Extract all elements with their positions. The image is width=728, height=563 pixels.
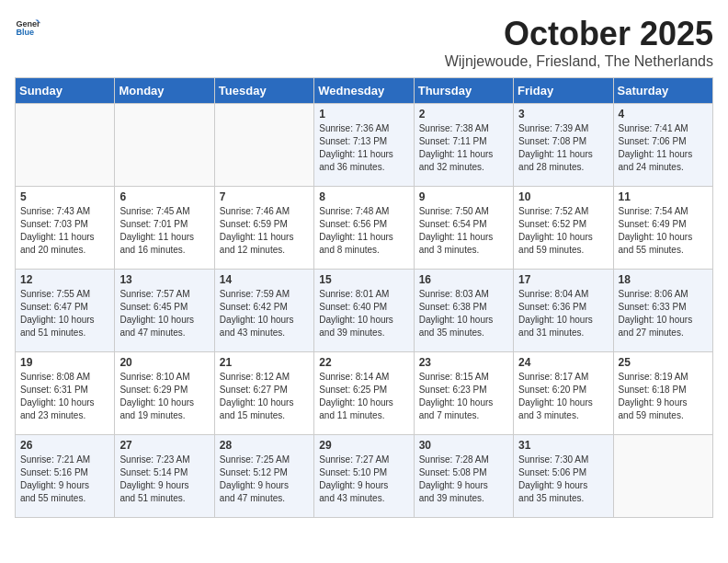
- day-number: 6: [119, 190, 209, 203]
- day-cell: 10Sunrise: 7:52 AM Sunset: 6:52 PM Dayli…: [514, 187, 613, 270]
- day-info: Sunrise: 7:23 AM Sunset: 5:14 PM Dayligh…: [119, 454, 209, 505]
- day-info: Sunrise: 7:45 AM Sunset: 7:01 PM Dayligh…: [119, 205, 209, 257]
- day-number: 7: [220, 190, 309, 203]
- day-info: Sunrise: 7:46 AM Sunset: 6:59 PM Dayligh…: [220, 205, 309, 257]
- day-info: Sunrise: 8:06 AM Sunset: 6:33 PM Dayligh…: [619, 288, 708, 339]
- day-number: 2: [419, 108, 508, 121]
- day-number: 1: [319, 108, 408, 121]
- day-cell: 11Sunrise: 7:54 AM Sunset: 6:49 PM Dayli…: [613, 187, 712, 270]
- day-number: 15: [319, 273, 408, 286]
- day-cell: [16, 104, 115, 187]
- day-cell: 30Sunrise: 7:28 AM Sunset: 5:08 PM Dayli…: [414, 435, 513, 518]
- header: General Blue October 2025 Wijnjewoude, F…: [15, 15, 713, 70]
- day-info: Sunrise: 8:15 AM Sunset: 6:23 PM Dayligh…: [419, 371, 508, 422]
- day-cell: 28Sunrise: 7:25 AM Sunset: 5:12 PM Dayli…: [214, 435, 313, 518]
- week-row-2: 5Sunrise: 7:43 AM Sunset: 7:03 PM Daylig…: [16, 187, 713, 270]
- svg-text:Blue: Blue: [16, 28, 34, 37]
- day-cell: 27Sunrise: 7:23 AM Sunset: 5:14 PM Dayli…: [115, 435, 214, 518]
- day-info: Sunrise: 7:27 AM Sunset: 5:10 PM Dayligh…: [319, 454, 408, 505]
- day-number: 25: [619, 356, 708, 369]
- day-cell: 25Sunrise: 8:19 AM Sunset: 6:18 PM Dayli…: [613, 352, 712, 435]
- day-number: 17: [518, 273, 608, 286]
- day-info: Sunrise: 7:28 AM Sunset: 5:08 PM Dayligh…: [419, 454, 508, 505]
- weekday-header-monday: Monday: [115, 78, 214, 104]
- day-info: Sunrise: 7:43 AM Sunset: 7:03 PM Dayligh…: [20, 205, 109, 257]
- logo-icon: General Blue: [15, 15, 40, 40]
- day-info: Sunrise: 8:04 AM Sunset: 6:36 PM Dayligh…: [518, 288, 608, 339]
- day-cell: 3Sunrise: 7:39 AM Sunset: 7:08 PM Daylig…: [514, 104, 613, 187]
- day-cell: 5Sunrise: 7:43 AM Sunset: 7:03 PM Daylig…: [16, 187, 115, 270]
- day-number: 23: [419, 356, 508, 369]
- day-number: 14: [220, 273, 309, 286]
- day-number: 4: [619, 108, 708, 121]
- day-cell: 1Sunrise: 7:36 AM Sunset: 7:13 PM Daylig…: [314, 104, 414, 187]
- day-cell: 13Sunrise: 7:57 AM Sunset: 6:45 PM Dayli…: [115, 270, 214, 352]
- day-info: Sunrise: 8:01 AM Sunset: 6:40 PM Dayligh…: [319, 288, 408, 339]
- day-info: Sunrise: 7:50 AM Sunset: 6:54 PM Dayligh…: [419, 205, 508, 257]
- day-cell: 26Sunrise: 7:21 AM Sunset: 5:16 PM Dayli…: [16, 435, 115, 518]
- day-info: Sunrise: 7:52 AM Sunset: 6:52 PM Dayligh…: [518, 205, 608, 257]
- day-cell: 9Sunrise: 7:50 AM Sunset: 6:54 PM Daylig…: [414, 187, 513, 270]
- day-cell: 18Sunrise: 8:06 AM Sunset: 6:33 PM Dayli…: [613, 270, 712, 352]
- location-title: Wijnjewoude, Friesland, The Netherlands: [445, 53, 713, 70]
- day-number: 22: [319, 356, 408, 369]
- day-number: 12: [20, 273, 109, 286]
- day-number: 20: [119, 356, 209, 369]
- title-area: October 2025 Wijnjewoude, Friesland, The…: [445, 15, 713, 70]
- day-number: 28: [220, 439, 309, 452]
- week-row-3: 12Sunrise: 7:55 AM Sunset: 6:47 PM Dayli…: [16, 270, 713, 352]
- weekday-header-wednesday: Wednesday: [314, 78, 414, 104]
- day-number: 9: [419, 190, 508, 203]
- weekday-header-sunday: Sunday: [16, 78, 115, 104]
- month-title: October 2025: [445, 15, 713, 53]
- day-number: 31: [518, 439, 608, 452]
- day-cell: 14Sunrise: 7:59 AM Sunset: 6:42 PM Dayli…: [214, 270, 313, 352]
- day-info: Sunrise: 8:19 AM Sunset: 6:18 PM Dayligh…: [619, 371, 708, 422]
- day-cell: [214, 104, 313, 187]
- day-number: 24: [518, 356, 608, 369]
- day-info: Sunrise: 7:36 AM Sunset: 7:13 PM Dayligh…: [319, 122, 408, 174]
- day-number: 29: [319, 439, 408, 452]
- week-row-5: 26Sunrise: 7:21 AM Sunset: 5:16 PM Dayli…: [16, 435, 713, 518]
- day-cell: 21Sunrise: 8:12 AM Sunset: 6:27 PM Dayli…: [214, 352, 313, 435]
- day-cell: 20Sunrise: 8:10 AM Sunset: 6:29 PM Dayli…: [115, 352, 214, 435]
- day-number: 26: [20, 439, 109, 452]
- day-cell: [115, 104, 214, 187]
- weekday-header-thursday: Thursday: [414, 78, 513, 104]
- day-cell: [613, 435, 712, 518]
- day-info: Sunrise: 7:39 AM Sunset: 7:08 PM Dayligh…: [518, 122, 608, 174]
- day-info: Sunrise: 7:48 AM Sunset: 6:56 PM Dayligh…: [319, 205, 408, 257]
- day-info: Sunrise: 7:59 AM Sunset: 6:42 PM Dayligh…: [220, 288, 309, 339]
- day-cell: 15Sunrise: 8:01 AM Sunset: 6:40 PM Dayli…: [314, 270, 414, 352]
- day-cell: 7Sunrise: 7:46 AM Sunset: 6:59 PM Daylig…: [214, 187, 313, 270]
- day-number: 3: [518, 108, 608, 121]
- day-info: Sunrise: 7:38 AM Sunset: 7:11 PM Dayligh…: [419, 122, 508, 174]
- day-info: Sunrise: 7:55 AM Sunset: 6:47 PM Dayligh…: [20, 288, 109, 339]
- day-info: Sunrise: 7:21 AM Sunset: 5:16 PM Dayligh…: [20, 454, 109, 505]
- day-number: 27: [119, 439, 209, 452]
- weekday-header-saturday: Saturday: [613, 78, 712, 104]
- day-cell: 31Sunrise: 7:30 AM Sunset: 5:06 PM Dayli…: [514, 435, 613, 518]
- logo: General Blue: [15, 15, 40, 40]
- day-number: 16: [419, 273, 508, 286]
- day-cell: 16Sunrise: 8:03 AM Sunset: 6:38 PM Dayli…: [414, 270, 513, 352]
- day-info: Sunrise: 8:03 AM Sunset: 6:38 PM Dayligh…: [419, 288, 508, 339]
- day-cell: 12Sunrise: 7:55 AM Sunset: 6:47 PM Dayli…: [16, 270, 115, 352]
- day-info: Sunrise: 7:57 AM Sunset: 6:45 PM Dayligh…: [119, 288, 209, 339]
- day-info: Sunrise: 8:08 AM Sunset: 6:31 PM Dayligh…: [20, 371, 109, 422]
- week-row-4: 19Sunrise: 8:08 AM Sunset: 6:31 PM Dayli…: [16, 352, 713, 435]
- day-cell: 29Sunrise: 7:27 AM Sunset: 5:10 PM Dayli…: [314, 435, 414, 518]
- day-number: 8: [319, 190, 408, 203]
- day-info: Sunrise: 7:41 AM Sunset: 7:06 PM Dayligh…: [619, 122, 708, 174]
- day-info: Sunrise: 7:25 AM Sunset: 5:12 PM Dayligh…: [220, 454, 309, 505]
- day-number: 21: [220, 356, 309, 369]
- day-info: Sunrise: 7:54 AM Sunset: 6:49 PM Dayligh…: [619, 205, 708, 257]
- weekday-header-tuesday: Tuesday: [214, 78, 313, 104]
- day-cell: 2Sunrise: 7:38 AM Sunset: 7:11 PM Daylig…: [414, 104, 513, 187]
- day-cell: 23Sunrise: 8:15 AM Sunset: 6:23 PM Dayli…: [414, 352, 513, 435]
- day-info: Sunrise: 8:14 AM Sunset: 6:25 PM Dayligh…: [319, 371, 408, 422]
- day-number: 5: [20, 190, 109, 203]
- day-cell: 24Sunrise: 8:17 AM Sunset: 6:20 PM Dayli…: [514, 352, 613, 435]
- day-cell: 19Sunrise: 8:08 AM Sunset: 6:31 PM Dayli…: [16, 352, 115, 435]
- day-info: Sunrise: 7:30 AM Sunset: 5:06 PM Dayligh…: [518, 454, 608, 505]
